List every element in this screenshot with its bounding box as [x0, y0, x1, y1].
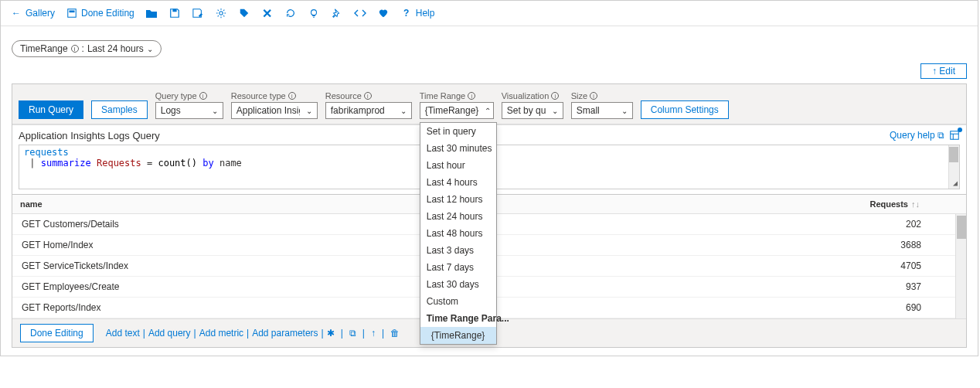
resource-type-select[interactable]: Application Insights⌄	[231, 102, 318, 119]
edit-button[interactable]: ↑ Edit	[920, 63, 967, 79]
chevron-down-icon: ⌄	[306, 107, 312, 115]
dropdown-option[interactable]: Set in query	[420, 123, 496, 140]
dropdown-option[interactable]: Last 3 days	[420, 242, 496, 259]
size-label: Sizei	[571, 91, 633, 100]
sort-icon[interactable]: ↑↓	[911, 199, 920, 209]
dropdown-option[interactable]: Last 24 hours	[420, 208, 496, 225]
dropdown-option[interactable]: Last hour	[420, 157, 496, 174]
pin-dashboard-icon[interactable]	[949, 130, 960, 141]
pill-label: TimeRange	[20, 43, 68, 54]
dropdown-option[interactable]: Last 30 minutes	[420, 140, 496, 157]
settings-footer-icon[interactable]: ✱	[327, 328, 335, 339]
query-type-select[interactable]: Logs⌄	[155, 102, 223, 119]
gallery-label: Gallery	[26, 8, 55, 19]
add-text-link[interactable]: Add text	[106, 328, 140, 339]
time-range-dropdown: Set in query Last 30 minutes Last hour L…	[420, 122, 497, 345]
code-token: summarize	[41, 158, 91, 168]
code-icon[interactable]	[354, 7, 366, 19]
col-requests-header[interactable]: Requests	[869, 199, 908, 209]
code-token: count()	[158, 158, 197, 168]
lightbulb-icon[interactable]	[308, 7, 320, 19]
done-editing-footer-button[interactable]: Done Editing	[20, 324, 94, 342]
query-help: Query help ⧉	[890, 130, 960, 141]
resource-type-label: Resource typei	[231, 91, 318, 100]
svg-rect-0	[68, 9, 77, 18]
chevron-down-icon: ⌄	[621, 107, 628, 115]
code-token: by	[202, 158, 213, 168]
resource-label: Resourcei	[325, 91, 412, 100]
top-toolbar: ← Gallery Done Editing ✕	[1, 1, 978, 26]
code-token: =	[141, 158, 158, 168]
resize-handle-icon[interactable]: ◢	[953, 179, 958, 187]
query-help-link[interactable]: Query help ⧉	[890, 130, 944, 141]
copy-icon[interactable]: ⧉	[349, 328, 356, 339]
info-icon: i	[71, 45, 79, 53]
dropdown-option-selected[interactable]: {TimeRange}	[420, 327, 496, 344]
svg-point-4	[311, 10, 316, 15]
done-editing-button[interactable]: Done Editing	[66, 7, 134, 19]
time-range-label: Time Rangei	[420, 91, 494, 100]
query-type-label: Query typei	[155, 91, 223, 100]
dropdown-option[interactable]: Last 48 hours	[420, 225, 496, 242]
move-up-icon[interactable]: ↑	[371, 328, 376, 339]
dropdown-option[interactable]: Last 7 days	[420, 259, 496, 276]
chevron-down-icon: ⌄	[147, 45, 153, 53]
help-label: Help	[416, 8, 435, 19]
time-range-select[interactable]: {TimeRange}⌃	[420, 102, 494, 119]
visualization-label: Visualizationi	[502, 91, 563, 100]
help-icon: ?	[400, 7, 413, 19]
add-query-link[interactable]: Add query	[148, 328, 191, 339]
chevron-down-icon: ⌄	[212, 107, 218, 115]
add-metric-link[interactable]: Add metric	[199, 328, 243, 339]
help-button[interactable]: ? Help	[400, 7, 435, 19]
dropdown-option[interactable]: Last 4 hours	[420, 174, 496, 191]
query-panel: Run Query Samples Query typei Logs⌄ Reso…	[12, 83, 967, 348]
gallery-button[interactable]: ← Gallery	[10, 7, 55, 19]
heart-icon[interactable]	[377, 7, 390, 19]
run-query-button[interactable]: Run Query	[19, 100, 83, 119]
done-editing-icon	[66, 7, 78, 19]
add-parameters-link[interactable]: Add parameters	[252, 328, 318, 339]
delete-icon[interactable]: 🗑	[390, 328, 400, 339]
folder-icon[interactable]	[145, 7, 158, 19]
svg-rect-5	[951, 131, 959, 140]
dropdown-option[interactable]: Custom	[420, 293, 496, 310]
svg-point-3	[219, 12, 223, 15]
column-settings-button[interactable]: Column Settings	[641, 100, 729, 119]
visualization-select[interactable]: Set by query⌄	[502, 102, 563, 119]
done-editing-label: Done Editing	[81, 8, 134, 19]
code-token: requests	[24, 147, 69, 158]
timerange-pill[interactable]: TimeRange i : Last 24 hours ⌄	[12, 40, 162, 57]
chevron-down-icon: ⌄	[552, 107, 558, 115]
tag-icon[interactable]	[238, 7, 250, 19]
svg-rect-2	[172, 9, 176, 12]
pin-icon[interactable]	[331, 7, 343, 19]
chevron-down-icon: ⌄	[400, 107, 407, 115]
resource-select[interactable]: fabrikamprod⌄	[325, 102, 412, 119]
refresh-icon[interactable]	[284, 7, 297, 19]
chevron-up-icon: ⌃	[485, 107, 491, 115]
pill-colon: :	[82, 43, 84, 54]
scrollbar[interactable]	[955, 214, 966, 318]
samples-button[interactable]: Samples	[91, 100, 148, 119]
code-token: name	[219, 158, 242, 168]
col-name-header[interactable]: name	[20, 199, 43, 209]
dropdown-option[interactable]: Last 30 days	[420, 276, 496, 293]
save-as-icon[interactable]	[192, 7, 204, 19]
parameter-bar: TimeRange i : Last 24 hours ⌄	[1, 26, 978, 63]
close-icon[interactable]: ✕	[261, 7, 274, 19]
external-link-icon: ⧉	[937, 130, 944, 141]
svg-rect-1	[70, 11, 75, 13]
query-panel-header: Run Query Samples Query typei Logs⌄ Reso…	[12, 84, 966, 124]
back-arrow-icon: ←	[10, 7, 22, 19]
edit-row: ↑ Edit	[1, 63, 978, 83]
size-select[interactable]: Small⌄	[571, 102, 633, 119]
save-icon[interactable]	[168, 7, 181, 19]
pill-value: Last 24 hours	[87, 43, 144, 54]
dropdown-header: Time Range Para...	[420, 310, 496, 327]
settings-icon[interactable]	[215, 7, 227, 19]
code-token: Requests	[97, 158, 141, 168]
dropdown-option[interactable]: Last 12 hours	[420, 191, 496, 208]
